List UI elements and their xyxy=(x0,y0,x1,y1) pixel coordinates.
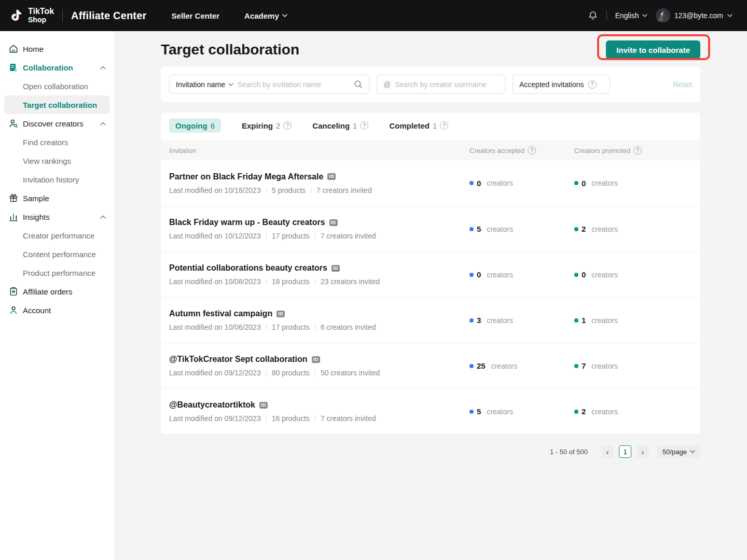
promoted-dot-icon xyxy=(574,273,578,277)
accepted-dot-icon xyxy=(469,181,474,185)
person-icon xyxy=(8,305,19,315)
discover-creators-icon xyxy=(8,118,19,129)
sidebar-item-content-performance[interactable]: Content performance xyxy=(0,245,114,263)
header-divider xyxy=(62,9,63,22)
logo-wordmark: TikTok Shop xyxy=(28,7,54,23)
invite-to-collaborate-button[interactable]: Invite to collaborate xyxy=(606,40,700,59)
notification-bell-icon[interactable] xyxy=(588,10,598,21)
header-divider xyxy=(606,11,607,20)
nav-academy[interactable]: Academy xyxy=(244,11,287,20)
creator-username-search-box: @ xyxy=(377,75,505,94)
table-header: Invitation Creators accepted Creators pr… xyxy=(161,141,700,160)
sidebar-item-view-rankings[interactable]: View rankings xyxy=(0,151,114,170)
sidebar-item-collaboration[interactable]: Collaboration xyxy=(0,58,114,77)
creators-promoted-cell: 0creators xyxy=(574,179,692,188)
promoted-dot-icon xyxy=(574,318,578,323)
filter-bar: Invitation name @ Accepted invitations R… xyxy=(161,66,700,102)
tab-ongoing[interactable]: Ongoing 6 xyxy=(169,118,221,133)
page-title: Target collaboration xyxy=(161,41,299,58)
accepted-dot-icon xyxy=(469,227,474,231)
help-icon[interactable] xyxy=(360,121,368,130)
tab-canceling[interactable]: Canceling 1 xyxy=(312,121,368,130)
sidebar-item-creator-performance[interactable]: Creator performance xyxy=(0,226,114,245)
page-size-selector[interactable]: 50/page xyxy=(657,445,700,458)
creators-accepted-cell: 5creators xyxy=(469,407,574,416)
id-badge-icon: ID xyxy=(312,356,320,363)
creators-promoted-cell: 2creators xyxy=(574,225,692,233)
chevron-up-icon[interactable] xyxy=(100,122,106,125)
sidebar-item-home[interactable]: Home xyxy=(0,39,114,58)
collaboration-icon xyxy=(8,62,19,73)
current-page[interactable]: 1 xyxy=(619,445,631,458)
sidebar-item-find-creators[interactable]: Find creators xyxy=(0,133,114,151)
insights-chart-icon xyxy=(8,212,19,222)
id-badge-icon: ID xyxy=(259,402,268,409)
promoted-dot-icon xyxy=(574,181,578,185)
sidebar-item-target-collaboration[interactable]: Target collaboration xyxy=(4,95,110,114)
app-header: TikTok Shop Affiliate Center Seller Cent… xyxy=(0,0,747,31)
search-type-select[interactable]: Invitation name xyxy=(176,80,233,89)
table-row[interactable]: @TikTokCreator Sept collaborationID Last… xyxy=(161,343,700,388)
creators-accepted-cell: 0creators xyxy=(469,179,574,188)
help-icon[interactable] xyxy=(633,146,642,155)
home-icon xyxy=(8,44,19,54)
nav-seller-center[interactable]: Seller Center xyxy=(172,11,220,20)
tiktok-shop-logo[interactable]: TikTok Shop xyxy=(9,7,54,24)
sidebar: Home Collaboration Open collaboration Ta… xyxy=(0,31,114,560)
table-row[interactable]: Autumn festival campaignID Last modified… xyxy=(161,297,700,343)
table-row[interactable]: Partner on Black Friday Mega AftersaleID… xyxy=(161,160,700,206)
header-nav: Seller Center Academy xyxy=(172,11,287,20)
creators-promoted-cell: 2creators xyxy=(574,407,692,416)
accepted-dot-icon xyxy=(469,410,474,414)
accepted-invitations-filter[interactable]: Accepted invitations xyxy=(513,75,610,94)
chevron-down-icon xyxy=(228,83,233,86)
prev-page-button[interactable]: ‹ xyxy=(601,445,614,458)
sidebar-item-open-collaboration[interactable]: Open collaboration xyxy=(0,77,114,95)
creators-accepted-cell: 5creators xyxy=(469,225,574,233)
clipboard-icon xyxy=(8,286,19,297)
invitation-search-input[interactable] xyxy=(238,80,350,89)
reset-filters-link[interactable]: Reset xyxy=(673,80,692,89)
creators-accepted-cell: 25creators xyxy=(469,361,574,370)
table-row[interactable]: @BeautycreatortiktokID Last modified on … xyxy=(161,388,700,434)
id-badge-icon: ID xyxy=(329,219,338,226)
column-invitation: Invitation xyxy=(169,147,469,155)
sidebar-item-account[interactable]: Account xyxy=(0,301,114,319)
help-icon[interactable] xyxy=(588,80,597,89)
language-selector[interactable]: English xyxy=(615,11,647,20)
sidebar-item-sample[interactable]: Sample xyxy=(0,189,114,207)
table-row[interactable]: Potential collaborations beauty creators… xyxy=(161,251,700,297)
sidebar-item-product-performance[interactable]: Product performance xyxy=(0,263,114,282)
tiktok-note-icon xyxy=(9,7,24,24)
sidebar-item-affiliate-orders[interactable]: Affiliate orders xyxy=(0,282,114,301)
invitation-search-box: Invitation name xyxy=(169,75,369,94)
product-title: Affiliate Center xyxy=(71,10,146,22)
id-badge-icon: ID xyxy=(327,173,336,180)
invitations-table-card: Ongoing 6 Expiring 2 Canceling 1 Complet… xyxy=(161,113,700,434)
account-menu[interactable]: 123@byte.com xyxy=(656,8,732,23)
help-icon[interactable] xyxy=(528,146,536,155)
main-content: Target collaboration Invite to collabora… xyxy=(114,31,747,560)
table-row[interactable]: Black Friday warm up - Beauty creatorsID… xyxy=(161,206,700,251)
next-page-button[interactable]: › xyxy=(637,445,649,458)
creators-promoted-cell: 0creators xyxy=(574,270,692,279)
search-icon[interactable] xyxy=(354,80,363,89)
at-sign-icon: @ xyxy=(383,80,391,89)
tab-expiring[interactable]: Expiring 2 xyxy=(242,121,292,130)
promoted-dot-icon xyxy=(574,410,578,414)
sidebar-item-insights[interactable]: Insights xyxy=(0,207,114,226)
accepted-dot-icon xyxy=(469,318,474,323)
pagination-range: 1 - 50 of 500 xyxy=(550,448,588,456)
creator-username-input[interactable] xyxy=(395,80,499,89)
help-icon[interactable] xyxy=(283,121,292,130)
chevron-up-icon[interactable] xyxy=(100,66,106,69)
tab-completed[interactable]: Completed 1 xyxy=(389,121,448,130)
sidebar-item-discover-creators[interactable]: Discover creators xyxy=(0,114,114,133)
help-icon[interactable] xyxy=(440,121,448,130)
creators-accepted-cell: 3creators xyxy=(469,316,574,325)
chevron-down-icon xyxy=(727,14,732,17)
id-badge-icon: ID xyxy=(276,311,285,317)
sidebar-item-invitation-history[interactable]: Invitation history xyxy=(0,170,114,189)
chevron-up-icon[interactable] xyxy=(100,215,106,219)
creators-promoted-cell: 7creators xyxy=(574,361,692,370)
